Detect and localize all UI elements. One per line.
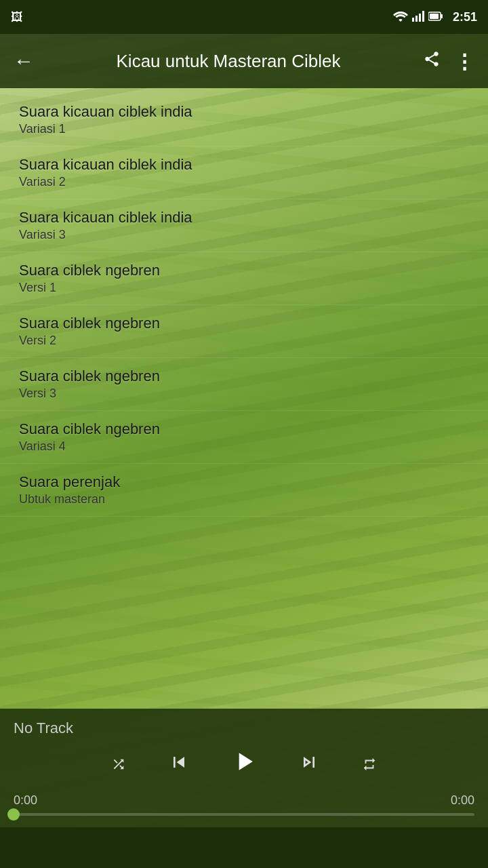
back-button[interactable]: ← bbox=[14, 50, 34, 73]
track-subtitle: Variasi 4 bbox=[19, 439, 469, 454]
track-item[interactable]: Suara ciblek ngebrenVersi 2 bbox=[0, 305, 488, 358]
track-subtitle: Variasi 3 bbox=[19, 228, 469, 242]
track-title: Suara ciblek ngebren bbox=[19, 315, 469, 332]
track-subtitle: Versi 1 bbox=[19, 281, 469, 295]
track-title: Suara kicauan ciblek india bbox=[19, 103, 469, 121]
track-list: Suara kicauan ciblek indiaVariasi 1Suara… bbox=[0, 88, 488, 709]
status-bar: 🖼 2:51 bbox=[0, 0, 488, 34]
track-item[interactable]: Suara ciblek ngebrenVersi 3 bbox=[0, 358, 488, 411]
toolbar: ← Kicau untuk Masteran Ciblek ⋮ bbox=[0, 34, 488, 88]
page-title: Kicau untuk Masteran Ciblek bbox=[47, 51, 409, 72]
wifi-icon bbox=[393, 11, 408, 24]
time-display: 2:51 bbox=[453, 10, 477, 24]
prev-button[interactable] bbox=[165, 749, 192, 781]
track-title: Suara perenjak bbox=[19, 473, 469, 491]
track-subtitle: Variasi 1 bbox=[19, 122, 469, 136]
track-title: Suara ciblek ngebren bbox=[19, 262, 469, 279]
no-track-label: No Track bbox=[14, 719, 474, 737]
more-button[interactable]: ⋮ bbox=[454, 50, 474, 73]
track-item[interactable]: Suara perenjakUbtuk masteran bbox=[0, 464, 488, 517]
repeat-button[interactable] bbox=[357, 751, 382, 779]
track-item[interactable]: Suara kicauan ciblek indiaVariasi 1 bbox=[0, 94, 488, 146]
progress-dot[interactable] bbox=[7, 808, 20, 821]
track-item[interactable]: Suara kicauan ciblek indiaVariasi 2 bbox=[0, 146, 488, 199]
status-left-icon: 🖼 bbox=[11, 10, 23, 24]
svg-rect-1 bbox=[415, 16, 418, 22]
svg-rect-6 bbox=[430, 14, 439, 19]
track-item[interactable]: Suara ciblek ngebrenVariasi 4 bbox=[0, 411, 488, 464]
shuffle-button[interactable] bbox=[106, 751, 131, 779]
track-title: Suara ciblek ngebren bbox=[19, 420, 469, 438]
player-bar: No Track 0:00 bbox=[0, 709, 488, 827]
player-controls bbox=[14, 744, 474, 785]
share-button[interactable] bbox=[423, 50, 441, 73]
track-item[interactable]: Suara kicauan ciblek indiaVariasi 3 bbox=[0, 199, 488, 252]
next-button[interactable] bbox=[296, 749, 323, 781]
time-row: 0:00 0:00 bbox=[14, 793, 474, 808]
track-subtitle: Ubtuk masteran bbox=[19, 492, 469, 507]
time-end: 0:00 bbox=[451, 793, 474, 808]
svg-rect-5 bbox=[441, 14, 443, 18]
progress-bar[interactable] bbox=[14, 813, 474, 816]
signal-icon bbox=[412, 11, 424, 24]
bottom-nav bbox=[0, 827, 488, 868]
svg-rect-3 bbox=[422, 11, 424, 22]
track-title: Suara kicauan ciblek india bbox=[19, 209, 469, 226]
track-title: Suara kicauan ciblek india bbox=[19, 156, 469, 174]
battery-icon bbox=[428, 12, 443, 23]
svg-rect-2 bbox=[419, 14, 421, 22]
track-subtitle: Versi 3 bbox=[19, 387, 469, 401]
track-subtitle: Variasi 2 bbox=[19, 175, 469, 189]
track-subtitle: Versi 2 bbox=[19, 334, 469, 348]
play-button[interactable] bbox=[226, 744, 262, 785]
time-start: 0:00 bbox=[14, 793, 37, 808]
track-item[interactable]: Suara ciblek ngebrenVersi 1 bbox=[0, 252, 488, 305]
track-title: Suara ciblek ngebren bbox=[19, 368, 469, 385]
svg-rect-0 bbox=[412, 18, 414, 22]
